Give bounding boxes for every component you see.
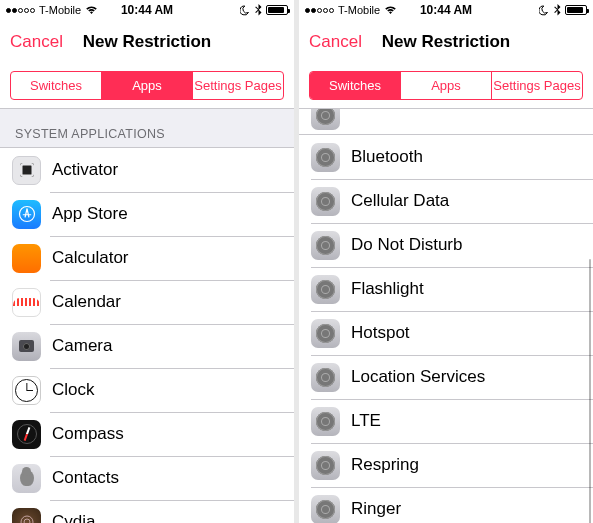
contacts-icon bbox=[12, 464, 41, 493]
row-label: Clock bbox=[52, 380, 95, 400]
activator-icon bbox=[12, 156, 41, 185]
compass-icon bbox=[12, 420, 41, 449]
row-label: Cydia bbox=[52, 512, 95, 523]
carrier-label: T-Mobile bbox=[338, 4, 380, 16]
list-item[interactable]: Calendar bbox=[0, 280, 294, 324]
segment-apps[interactable]: Apps bbox=[102, 72, 193, 99]
scrollbar[interactable] bbox=[589, 259, 592, 523]
phone-right: T-Mobile 10:44 AM Cancel New Restriction… bbox=[299, 0, 593, 523]
row-label: Calculator bbox=[52, 248, 129, 268]
calendar-icon bbox=[12, 288, 41, 317]
list-item[interactable]: Camera bbox=[0, 324, 294, 368]
list-item[interactable]: Ringer bbox=[299, 487, 593, 523]
cancel-button[interactable]: Cancel bbox=[10, 32, 63, 52]
list-item-partial[interactable] bbox=[299, 109, 593, 135]
switch-icon bbox=[311, 187, 340, 216]
wifi-icon bbox=[85, 5, 98, 15]
list-item[interactable]: Hotspot bbox=[299, 311, 593, 355]
switch-icon bbox=[311, 275, 340, 304]
switch-icon bbox=[311, 495, 340, 524]
svg-point-2 bbox=[24, 519, 30, 523]
bluetooth-icon bbox=[554, 4, 561, 16]
cydia-icon bbox=[12, 508, 41, 524]
battery-icon bbox=[266, 5, 288, 15]
row-label: Respring bbox=[351, 455, 419, 475]
list-item[interactable]: Activator bbox=[0, 148, 294, 192]
row-label: Activator bbox=[52, 160, 118, 180]
svg-point-1 bbox=[21, 516, 33, 523]
list-item[interactable]: Cydia bbox=[0, 500, 294, 523]
status-time: 10:44 AM bbox=[420, 3, 472, 17]
segment-switches[interactable]: Switches bbox=[310, 72, 401, 99]
nav-title: New Restriction bbox=[382, 32, 510, 52]
camera-icon bbox=[12, 332, 41, 361]
list-item[interactable]: Clock bbox=[0, 368, 294, 412]
list-item[interactable]: Do Not Disturb bbox=[299, 223, 593, 267]
list-item[interactable]: Calculator bbox=[0, 236, 294, 280]
status-bar: T-Mobile 10:44 AM bbox=[0, 0, 294, 20]
row-label: Ringer bbox=[351, 499, 401, 519]
moon-icon bbox=[539, 5, 550, 16]
switch-icon bbox=[311, 363, 340, 392]
list-item[interactable]: App Store bbox=[0, 192, 294, 236]
appstore-icon bbox=[12, 200, 41, 229]
signal-dots-icon bbox=[6, 8, 35, 13]
calculator-icon bbox=[12, 244, 41, 273]
switch-icon bbox=[311, 231, 340, 260]
segmented-control: Switches Apps Settings Pages bbox=[10, 71, 284, 100]
segment-settings-pages[interactable]: Settings Pages bbox=[492, 72, 582, 99]
clock-icon bbox=[12, 376, 41, 405]
row-label: Hotspot bbox=[351, 323, 410, 343]
row-label: Bluetooth bbox=[351, 147, 423, 167]
list-item[interactable]: Location Services bbox=[299, 355, 593, 399]
segmented-control-wrap: Switches Apps Settings Pages bbox=[0, 64, 294, 109]
list-item[interactable]: Flashlight bbox=[299, 267, 593, 311]
bluetooth-icon bbox=[255, 4, 262, 16]
list-item[interactable]: Bluetooth bbox=[299, 135, 593, 179]
segment-settings-pages[interactable]: Settings Pages bbox=[193, 72, 283, 99]
row-label: LTE bbox=[351, 411, 381, 431]
nav-title: New Restriction bbox=[83, 32, 211, 52]
list-item[interactable]: Cellular Data bbox=[299, 179, 593, 223]
segment-switches[interactable]: Switches bbox=[11, 72, 102, 99]
row-label: Flashlight bbox=[351, 279, 424, 299]
row-label: Do Not Disturb bbox=[351, 235, 462, 255]
status-bar: T-Mobile 10:44 AM bbox=[299, 0, 593, 20]
list-content[interactable]: SYSTEM APPLICATIONS Activator App Store … bbox=[0, 109, 294, 523]
switch-icon bbox=[311, 319, 340, 348]
row-label: Cellular Data bbox=[351, 191, 449, 211]
carrier-label: T-Mobile bbox=[39, 4, 81, 16]
switch-icon bbox=[311, 143, 340, 172]
apps-list: Activator App Store Calculator Calendar … bbox=[0, 147, 294, 523]
cancel-button[interactable]: Cancel bbox=[309, 32, 362, 52]
moon-icon bbox=[240, 5, 251, 16]
row-label: Camera bbox=[52, 336, 112, 356]
list-item[interactable]: LTE bbox=[299, 399, 593, 443]
switches-list: Bluetooth Cellular Data Do Not Disturb F… bbox=[299, 135, 593, 523]
list-item[interactable]: Respring bbox=[299, 443, 593, 487]
switch-icon bbox=[311, 407, 340, 436]
list-item[interactable]: Contacts bbox=[0, 456, 294, 500]
wifi-icon bbox=[384, 5, 397, 15]
battery-icon bbox=[565, 5, 587, 15]
section-header: SYSTEM APPLICATIONS bbox=[0, 109, 294, 147]
segmented-control: Switches Apps Settings Pages bbox=[309, 71, 583, 100]
row-label: Calendar bbox=[52, 292, 121, 312]
signal-dots-icon bbox=[305, 8, 334, 13]
nav-bar: Cancel New Restriction bbox=[299, 20, 593, 64]
nav-bar: Cancel New Restriction bbox=[0, 20, 294, 64]
list-item[interactable]: Compass bbox=[0, 412, 294, 456]
row-label: Contacts bbox=[52, 468, 119, 488]
segmented-control-wrap: Switches Apps Settings Pages bbox=[299, 64, 593, 109]
switch-icon bbox=[311, 109, 340, 130]
status-time: 10:44 AM bbox=[121, 3, 173, 17]
list-content[interactable]: Bluetooth Cellular Data Do Not Disturb F… bbox=[299, 109, 593, 523]
row-label: App Store bbox=[52, 204, 128, 224]
row-label: Compass bbox=[52, 424, 124, 444]
phone-left: T-Mobile 10:44 AM Cancel New Restriction… bbox=[0, 0, 294, 523]
segment-apps[interactable]: Apps bbox=[401, 72, 492, 99]
row-label: Location Services bbox=[351, 367, 485, 387]
switch-icon bbox=[311, 451, 340, 480]
